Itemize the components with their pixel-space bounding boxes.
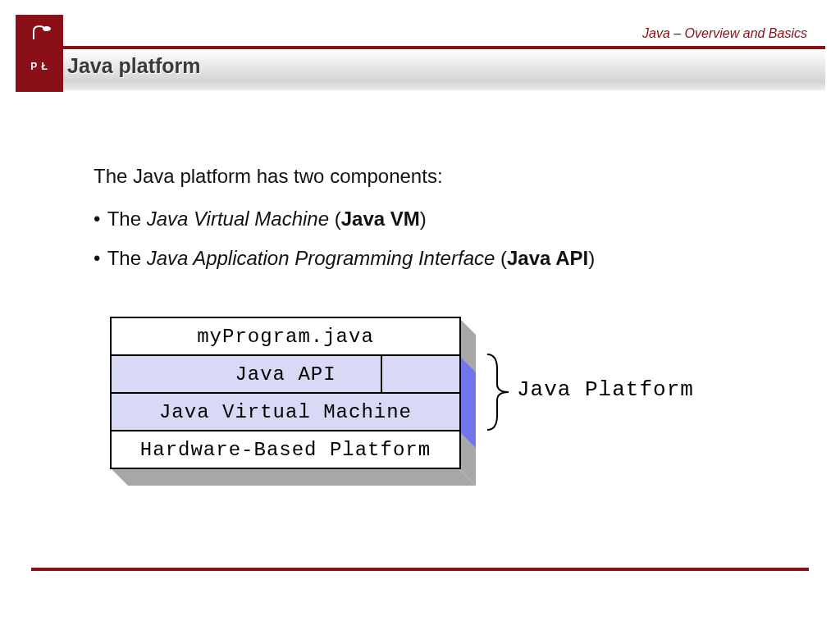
bullet-prefix: The bbox=[107, 208, 147, 230]
bullet-prefix: The bbox=[107, 247, 147, 269]
diagram-side-bottom bbox=[110, 468, 476, 486]
header: Java – Overview and Basics P Ł Java plat… bbox=[0, 0, 840, 92]
svg-point-0 bbox=[43, 26, 51, 31]
layer-jvm: Java Virtual Machine bbox=[112, 392, 459, 430]
bullet-list: The Java Virtual Machine (Java VM) The J… bbox=[94, 207, 783, 271]
platform-diagram: myProgram.java Java API Java Virtual Mac… bbox=[98, 317, 722, 532]
brace-label: Java Platform bbox=[517, 377, 694, 402]
bullet-item: The Java Virtual Machine (Java VM) bbox=[94, 207, 783, 231]
bullet-mid: ( bbox=[329, 208, 341, 230]
torch-icon bbox=[25, 21, 53, 41]
bullet-italic: Java Application Programming Interface bbox=[147, 247, 495, 269]
brace-icon bbox=[484, 353, 510, 431]
bullet-bold: Java API bbox=[507, 247, 588, 269]
layer-api: Java API bbox=[112, 354, 459, 392]
bullet-suffix: ) bbox=[420, 208, 427, 230]
slide: Java – Overview and Basics P Ł Java plat… bbox=[0, 0, 840, 630]
breadcrumb: Java – Overview and Basics bbox=[642, 26, 807, 41]
intro-text: The Java platform has two components: bbox=[94, 164, 783, 189]
layer-stack: myProgram.java Java API Java Virtual Mac… bbox=[110, 317, 461, 469]
bullet-mid: ( bbox=[495, 247, 507, 269]
content: The Java platform has two components: Th… bbox=[94, 164, 783, 285]
bullet-item: The Java Application Programming Interfa… bbox=[94, 246, 783, 271]
bullet-suffix: ) bbox=[588, 247, 595, 269]
page-title: Java platform bbox=[67, 54, 201, 78]
logo: P Ł bbox=[16, 15, 63, 92]
footer-divider bbox=[31, 568, 809, 571]
bullet-bold: Java VM bbox=[341, 208, 420, 230]
layer-hardware: Hardware-Based Platform bbox=[112, 430, 459, 468]
logo-text: P Ł bbox=[30, 61, 48, 72]
bullet-italic: Java Virtual Machine bbox=[147, 208, 329, 230]
layer-program: myProgram.java bbox=[112, 318, 459, 354]
